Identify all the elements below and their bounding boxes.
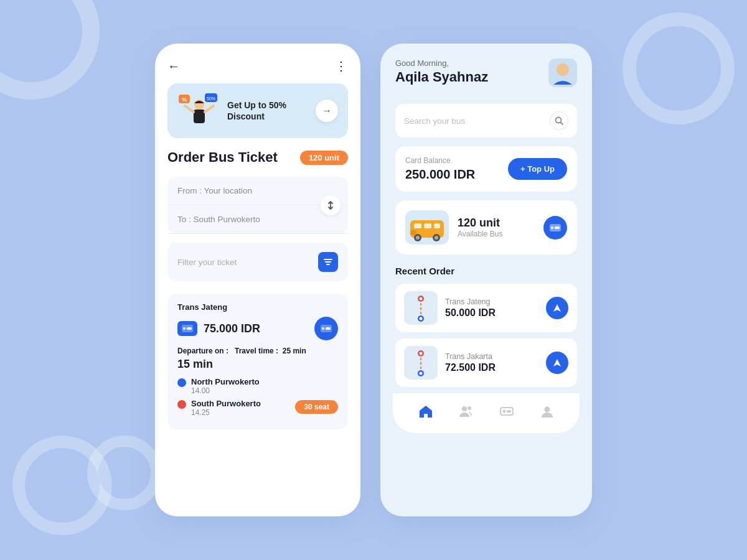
topup-button[interactable]: + Top Up — [508, 158, 567, 180]
search-button[interactable] — [550, 111, 568, 130]
balance-amount: 250.000 IDR — [405, 167, 475, 182]
svg-rect-13 — [326, 327, 331, 330]
search-bar[interactable]: Search your bus — [395, 104, 577, 138]
left-phone: ← ⋮ % 50% — [155, 44, 360, 516]
stop-2-dot — [177, 400, 186, 409]
order-1-navigate-button[interactable] — [546, 297, 568, 319]
order-map-1 — [404, 291, 438, 325]
svg-rect-48 — [507, 410, 511, 413]
stop-1-info: North Purwokerto 14.00 — [191, 377, 260, 395]
right-top-row: Good Morning, Aqila Syahnaz — [395, 58, 577, 95]
ticket-icon-svg — [499, 404, 514, 418]
balance-label: Card Balance — [405, 156, 475, 165]
order-map-svg-2 — [404, 346, 438, 380]
swap-button[interactable] — [321, 195, 341, 215]
order-item-1[interactable]: Trans Jateng 50.000 IDR — [395, 284, 577, 332]
banner-illustration: % 50% — [177, 92, 221, 129]
greeting-section: Good Morning, Aqila Syahnaz — [395, 58, 488, 95]
bg-decoration-1 — [0, 0, 100, 100]
svg-point-25 — [435, 236, 438, 240]
nav-home[interactable] — [412, 402, 439, 424]
ticket-small-icon — [181, 324, 194, 333]
back-button[interactable]: ← — [167, 59, 180, 73]
bus-info: 120 unit Available Bus — [458, 217, 535, 238]
unit-badge: 120 unit — [300, 151, 348, 165]
book-button[interactable] — [314, 317, 338, 340]
bg-decoration-2 — [622, 12, 735, 124]
greeting-text: Good Morning, — [395, 58, 488, 68]
filter-label: Filter your ticket — [177, 258, 237, 267]
filter-icon — [323, 257, 333, 267]
seat-badge: 30 seat — [295, 400, 338, 414]
stop-1-time: 14.00 — [191, 386, 260, 395]
avatar-svg — [548, 58, 577, 87]
svg-rect-20 — [424, 223, 431, 228]
nav-profile[interactable] — [533, 402, 561, 424]
order-1-info: Trans Jateng 50.000 IDR — [445, 297, 538, 319]
order-item-2[interactable]: Trans Jakarta 72.500 IDR — [395, 338, 577, 387]
search-icon — [555, 116, 563, 125]
svg-point-33 — [420, 317, 423, 320]
swap-icon — [326, 200, 336, 210]
stop-1-name: North Purwokerto — [191, 377, 260, 386]
order-2-info: Trans Jakarta 72.500 IDR — [445, 352, 538, 373]
phones-container: ← ⋮ % 50% — [155, 44, 592, 516]
svg-line-17 — [561, 123, 563, 125]
ticket-price-left: 75.000 IDR — [177, 321, 260, 336]
svg-rect-10 — [187, 327, 192, 330]
bottom-nav — [393, 393, 580, 433]
navigate-icon-1 — [552, 303, 562, 313]
stop-1-dot — [177, 378, 186, 387]
right-phone: Good Morning, Aqila Syahnaz Search your … — [380, 44, 592, 516]
ticket-operator: Trans Jateng — [177, 302, 338, 312]
more-menu-button[interactable]: ⋮ — [335, 58, 348, 73]
filter-button[interactable] — [318, 252, 338, 272]
banner-title: Get Up to 50% Discount — [227, 100, 309, 122]
order-2-operator: Trans Jakarta — [445, 352, 538, 361]
bus-ticket-button[interactable] — [543, 216, 567, 240]
home-icon-svg — [418, 404, 433, 418]
stop-2-info: South Purwokerto 14.25 — [191, 399, 261, 417]
banner-arrow-button[interactable]: → — [316, 100, 338, 122]
svg-text:%: % — [182, 96, 187, 103]
order-map-svg-1 — [404, 291, 438, 325]
person-illustration-svg: % 50% — [177, 92, 221, 129]
order-1-operator: Trans Jateng — [445, 297, 538, 306]
ticket-icon — [499, 404, 514, 422]
balance-card: Card Balance 250.000 IDR + Top Up — [395, 146, 577, 192]
svg-point-40 — [420, 372, 423, 375]
svg-text:50%: 50% — [207, 96, 215, 101]
profile-icon-svg — [540, 404, 555, 418]
order-title-row: Order Bus Ticket 120 unit — [167, 149, 348, 166]
nav-ticket[interactable] — [493, 402, 520, 424]
ticket-card: Trans Jateng 75.000 IDR — [167, 294, 348, 429]
bus-ticket-icon — [549, 223, 561, 232]
bus-svg — [405, 210, 449, 245]
svg-rect-19 — [414, 223, 421, 228]
ticket-price-row: 75.000 IDR — [177, 317, 338, 340]
svg-point-44 — [462, 406, 467, 411]
user-name: Aqila Syahnaz — [395, 69, 488, 85]
bus-card: 120 unit Available Bus — [395, 200, 577, 254]
svg-point-47 — [502, 410, 505, 413]
svg-point-12 — [322, 327, 324, 330]
banner-text: Get Up to 50% Discount — [227, 100, 309, 122]
balance-info: Card Balance 250.000 IDR — [405, 156, 475, 182]
book-ticket-icon — [320, 324, 332, 333]
svg-rect-5 — [194, 110, 205, 123]
stop-2-name: South Purwokerto — [191, 399, 261, 408]
order-1-price: 50.000 IDR — [445, 307, 538, 319]
profile-icon — [540, 404, 555, 422]
order-2-navigate-button[interactable] — [546, 352, 568, 374]
svg-point-49 — [544, 407, 550, 413]
nav-people[interactable] — [453, 402, 480, 424]
svg-point-15 — [557, 63, 569, 76]
svg-point-28 — [551, 226, 553, 229]
svg-marker-36 — [553, 304, 561, 312]
filter-section: Filter your ticket — [167, 243, 348, 281]
search-placeholder: Search your bus — [404, 116, 465, 126]
svg-line-6 — [185, 106, 194, 112]
svg-line-7 — [205, 106, 214, 112]
to-input[interactable]: To : South Purwokerto — [167, 205, 348, 234]
wait-time: 15 min — [177, 358, 338, 371]
